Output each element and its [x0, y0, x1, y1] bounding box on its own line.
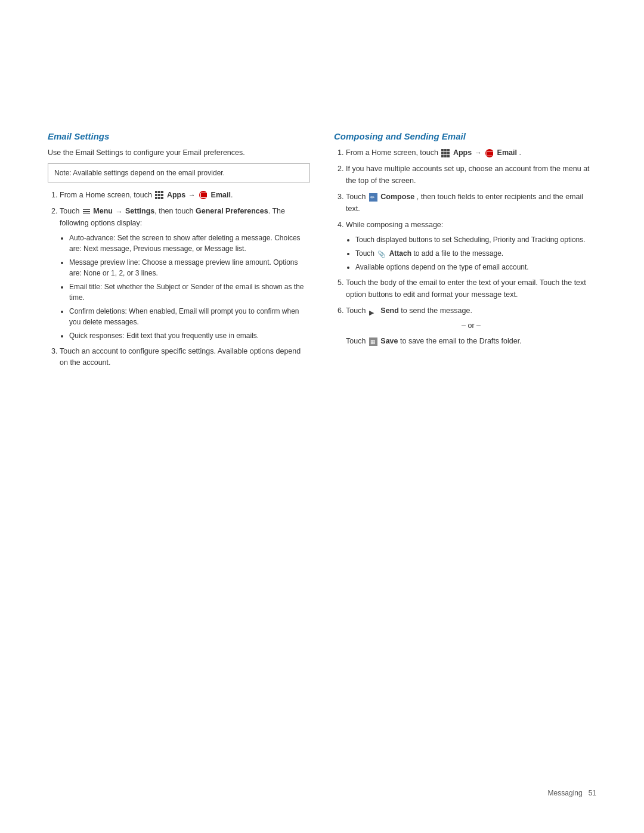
compose-step-1: From a Home screen, touch Apps → Email .	[346, 147, 596, 159]
email-settings-intro: Use the Email Settings to configure your…	[48, 147, 310, 159]
page-footer: Messaging 51	[548, 789, 596, 797]
compose-step-5: Touch the body of the email to enter the…	[346, 277, 596, 301]
footer-section: Messaging	[548, 789, 583, 797]
cstep1-apps-label: Apps	[453, 148, 472, 157]
cstep5-text: Touch the body of the email to enter the…	[346, 278, 586, 298]
cstep6-save-text: Touch ▦ Save to save the email to the Dr…	[346, 337, 522, 345]
bullet-confirm-deletions: Confirm deletions: When enabled, Email w…	[69, 306, 310, 327]
step1-text-before: From a Home screen, touch	[60, 191, 152, 199]
cstep2-text: If you have multiple accounts set up, ch…	[346, 165, 590, 184]
cstep4-text-main: While composing a message:	[346, 221, 443, 229]
email-settings-section: Email Settings Use the Email Settings to…	[48, 131, 310, 375]
compose-step-3: Touch Compose , then touch fields to ent…	[346, 191, 596, 215]
composing-email-section: Composing and Sending Email From a Home …	[334, 131, 596, 375]
composing-email-steps: From a Home screen, touch Apps → Email .…	[334, 147, 596, 347]
send-arrow-icon	[369, 307, 377, 315]
menu-dots-icon	[83, 209, 90, 215]
bullet-available-options: Available options depend on the type of …	[355, 262, 596, 272]
bullet-email-title: Email title: Set whether the Subject or …	[69, 281, 310, 303]
step3-text: Touch an account to configure specific s…	[60, 347, 301, 367]
bullet-scheduling: Touch displayed buttons to set Schedulin…	[355, 234, 596, 245]
cstep1-text-before: From a Home screen, touch	[346, 148, 438, 157]
apps-grid-icon-2	[441, 149, 450, 157]
email-settings-steps: From a Home screen, touch Apps → Email. …	[48, 190, 310, 369]
email-settings-title: Email Settings	[48, 131, 310, 141]
cstep3-text-before: Touch	[346, 193, 366, 201]
step2-menu-label: Menu	[93, 207, 113, 215]
bullet-auto-advance: Auto-advance: Set the screen to show aft…	[69, 233, 310, 254]
compose-step-4: While composing a message: Touch display…	[346, 219, 596, 272]
apps-grid-icon	[155, 191, 163, 199]
composing-bullets: Touch displayed buttons to set Schedulin…	[346, 234, 596, 272]
email-circle-icon-2	[485, 149, 494, 157]
step2-touch: Touch	[60, 207, 79, 215]
step1-apps-label: Apps	[167, 191, 185, 199]
cstep1-text-after: .	[519, 148, 521, 157]
cstep6-send-text: Touch Send to send the message.	[346, 306, 472, 315]
email-step-1: From a Home screen, touch Apps → Email.	[60, 190, 310, 201]
compose-pencil-icon	[369, 193, 377, 202]
bullet-quick-responses: Quick responses: Edit text that you freq…	[69, 330, 310, 341]
step1-email-label: Email	[211, 191, 231, 199]
composing-email-title: Composing and Sending Email	[334, 131, 596, 141]
email-circle-icon	[199, 191, 208, 199]
step1-arrow: →	[188, 191, 196, 199]
compose-step-2: If you have multiple accounts set up, ch…	[346, 163, 596, 187]
footer-page-number: 51	[589, 789, 596, 797]
attach-paperclip-icon: 📎	[377, 249, 386, 259]
email-settings-bullets: Auto-advance: Set the screen to show aft…	[60, 233, 310, 341]
bullet-attach: Touch 📎 Attach to add a file to the mess…	[355, 248, 596, 259]
compose-step-6: Touch Send to send the message. – or – T…	[346, 305, 596, 347]
cstep1-email-label: Email	[497, 148, 517, 157]
email-step-3: Touch an account to configure specific s…	[60, 346, 310, 369]
email-settings-note: Note: Available settings depend on the e…	[48, 163, 310, 182]
or-separator: – or –	[346, 320, 596, 332]
cstep1-arrow: →	[475, 148, 482, 157]
bullet-preview-line: Message preview line: Choose a message p…	[69, 257, 310, 278]
save-floppy-icon: ▦	[369, 337, 377, 346]
email-step-2: Touch Menu → Settings, then touch Genera…	[60, 206, 310, 341]
step2-arrow: →	[115, 208, 122, 216]
cstep3-compose-label: Compose	[380, 193, 414, 201]
